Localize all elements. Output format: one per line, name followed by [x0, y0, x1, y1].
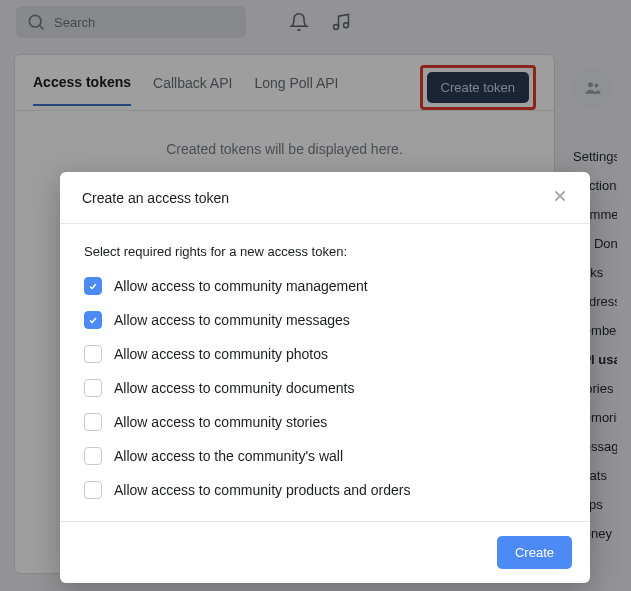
permission-label: Allow access to community products and o…: [114, 482, 410, 498]
permission-row[interactable]: Allow access to community photos: [84, 345, 566, 363]
permission-label: Allow access to community documents: [114, 380, 354, 396]
close-icon[interactable]: [552, 188, 568, 207]
permission-row[interactable]: Allow access to community stories: [84, 413, 566, 431]
create-button[interactable]: Create: [497, 536, 572, 569]
permission-checkbox[interactable]: [84, 379, 102, 397]
permission-row[interactable]: Allow access to community management: [84, 277, 566, 295]
permission-checkbox[interactable]: [84, 311, 102, 329]
modal-header: Create an access token: [60, 172, 590, 224]
permission-list: Allow access to community managementAllo…: [84, 277, 566, 499]
permission-label: Allow access to the community's wall: [114, 448, 343, 464]
permission-row[interactable]: Allow access to community messages: [84, 311, 566, 329]
permission-row[interactable]: Allow access to the community's wall: [84, 447, 566, 465]
permission-row[interactable]: Allow access to community products and o…: [84, 481, 566, 499]
permission-row[interactable]: Allow access to community documents: [84, 379, 566, 397]
create-token-modal: Create an access token Select required r…: [60, 172, 590, 583]
permission-label: Allow access to community management: [114, 278, 368, 294]
modal-title: Create an access token: [82, 190, 229, 206]
permission-checkbox[interactable]: [84, 481, 102, 499]
permission-checkbox[interactable]: [84, 413, 102, 431]
permission-checkbox[interactable]: [84, 345, 102, 363]
modal-body: Select required rights for a new access …: [60, 224, 590, 522]
permission-label: Allow access to community photos: [114, 346, 328, 362]
permission-checkbox[interactable]: [84, 277, 102, 295]
modal-instruction: Select required rights for a new access …: [84, 244, 566, 259]
permission-label: Allow access to community messages: [114, 312, 350, 328]
modal-footer: Create: [60, 522, 590, 583]
permission-label: Allow access to community stories: [114, 414, 327, 430]
permission-checkbox[interactable]: [84, 447, 102, 465]
